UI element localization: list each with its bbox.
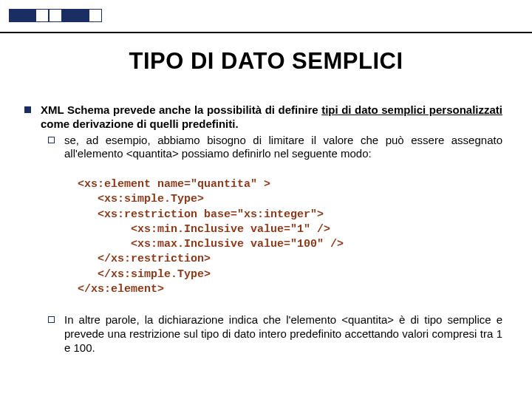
code-block: <xs:element name="quantita" > <xs:simple… — [78, 177, 502, 297]
slide: TIPO DI DATO SEMPLICI XML Schema prevede… — [0, 0, 532, 399]
bullet-level2: In altre parole, la dichiarazione indica… — [64, 313, 502, 355]
subpoint-1-text: se, ad esempio, abbiamo bisogno di limit… — [64, 134, 502, 160]
paragraph-intro-post: come derivazione di quelli predefiniti. — [41, 117, 239, 130]
square-outline-bullet-icon — [48, 316, 55, 323]
deco-box — [35, 9, 49, 22]
paragraph-intro-em: tipi di dato semplici personalizzati — [321, 103, 502, 116]
deco-box — [75, 9, 89, 22]
horizontal-rule — [0, 32, 532, 33]
deco-box — [22, 9, 35, 22]
paragraph-intro-pre: XML Schema prevede anche la possibilità … — [41, 103, 321, 116]
deco-box — [62, 9, 75, 22]
bullet-level2: se, ad esempio, abbiamo bisogno di limit… — [64, 134, 502, 162]
square-outline-bullet-icon — [48, 137, 55, 143]
decoration-boxes — [9, 9, 102, 22]
deco-box — [9, 9, 22, 22]
bullet-level1: XML Schema prevede anche la possibilità … — [41, 103, 502, 355]
subpoint-2-text: In altre parole, la dichiarazione indica… — [64, 313, 502, 354]
slide-title: TIPO DI DATO SEMPLICI — [0, 48, 532, 75]
square-bullet-icon — [24, 106, 31, 113]
slide-content: XML Schema prevede anche la possibilità … — [41, 103, 502, 355]
deco-box — [89, 9, 102, 22]
deco-box — [49, 9, 62, 22]
